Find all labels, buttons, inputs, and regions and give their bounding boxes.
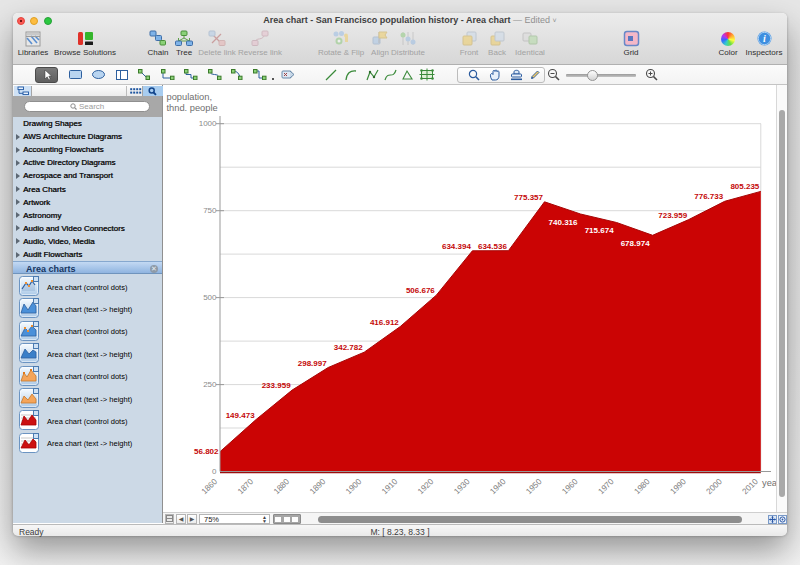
svg-text:1000: 1000 — [199, 119, 217, 128]
svg-text:1940: 1940 — [488, 477, 508, 497]
svg-text:1960: 1960 — [560, 477, 580, 497]
svg-text:1860: 1860 — [200, 477, 220, 497]
svg-text:1990: 1990 — [669, 477, 689, 497]
svg-text:750: 750 — [203, 206, 217, 215]
svg-text:233.959: 233.959 — [262, 381, 291, 390]
svg-text:740.316: 740.316 — [549, 218, 578, 227]
svg-text:population,: population, — [167, 92, 213, 102]
svg-text:634.394: 634.394 — [442, 242, 471, 251]
svg-text:1910: 1910 — [380, 477, 400, 497]
svg-text:56.802: 56.802 — [194, 447, 219, 456]
svg-text:342.782: 342.782 — [334, 343, 363, 352]
svg-text:1900: 1900 — [344, 477, 364, 497]
svg-text:1880: 1880 — [272, 477, 292, 497]
svg-text:thnd. people: thnd. people — [167, 103, 218, 113]
svg-text:416.912: 416.912 — [370, 318, 399, 327]
svg-text:1920: 1920 — [416, 477, 436, 497]
svg-text:723.959: 723.959 — [658, 211, 687, 220]
svg-text:149.473: 149.473 — [226, 411, 255, 420]
svg-text:298.997: 298.997 — [298, 359, 327, 368]
svg-text:775.357: 775.357 — [514, 193, 543, 202]
svg-text:2010: 2010 — [741, 477, 761, 497]
svg-text:715.674: 715.674 — [585, 226, 614, 235]
svg-text:506.676: 506.676 — [406, 286, 435, 295]
svg-text:1930: 1930 — [452, 477, 472, 497]
svg-text:i: i — [763, 33, 766, 44]
svg-text:250: 250 — [203, 380, 217, 389]
svg-text:1870: 1870 — [236, 477, 256, 497]
svg-text:805.235: 805.235 — [730, 182, 759, 191]
svg-text:1950: 1950 — [524, 477, 544, 497]
svg-text:634.536: 634.536 — [478, 242, 507, 251]
svg-text:500: 500 — [203, 293, 217, 302]
svg-text:776.733: 776.733 — [694, 192, 723, 201]
svg-text:2000: 2000 — [705, 477, 725, 497]
svg-text:0: 0 — [212, 467, 217, 476]
svg-text:1890: 1890 — [308, 477, 328, 497]
svg-text:1970: 1970 — [596, 477, 616, 497]
svg-text:678.974: 678.974 — [621, 239, 650, 248]
svg-text:1980: 1980 — [632, 477, 652, 497]
